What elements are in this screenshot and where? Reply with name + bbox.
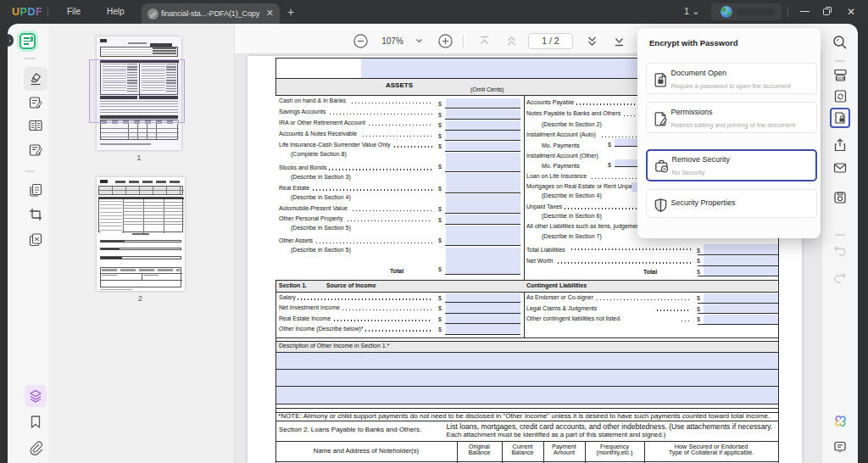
svg-text:OCR: OCR: [836, 76, 843, 81]
